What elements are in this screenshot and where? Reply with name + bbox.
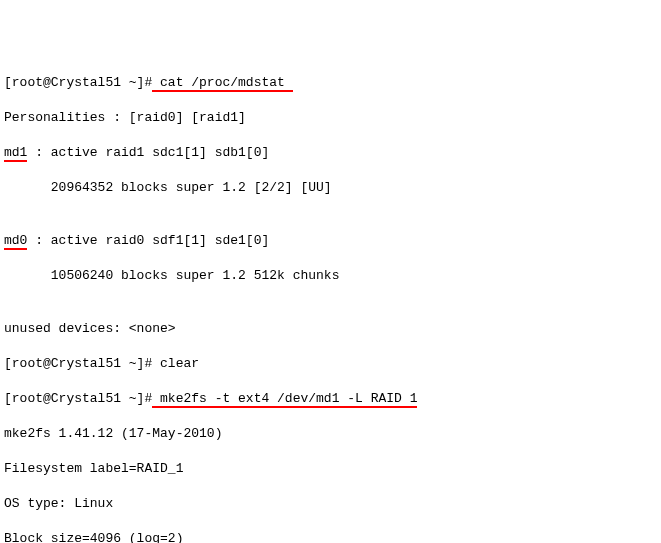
md1-label: md1 [4,145,27,162]
terminal-line: [root@Crystal51 ~]# mke2fs -t ext4 /dev/… [4,390,657,408]
terminal-line: unused devices: <none> [4,320,657,338]
terminal-line: [root@Crystal51 ~]# clear [4,355,657,373]
terminal-line: 10506240 blocks super 1.2 512k chunks [4,267,657,285]
terminal-line: Filesystem label=RAID_1 [4,460,657,478]
terminal-line: OS type: Linux [4,495,657,513]
md1-rest: : active raid1 sdc1[1] sdb1[0] [27,145,269,160]
md0-rest: : active raid0 sdf1[1] sde1[0] [27,233,269,248]
terminal-line: mke2fs 1.41.12 (17-May-2010) [4,425,657,443]
terminal-line: 20964352 blocks super 1.2 [2/2] [UU] [4,179,657,197]
terminal-line: Block size=4096 (log=2) [4,530,657,543]
command-text: cat /proc/mdstat [152,75,292,92]
shell-prompt: [root@Crystal51 ~]# [4,75,152,90]
command-text: mke2fs -t ext4 /dev/md1 -L RAID 1 [152,391,417,408]
shell-prompt: [root@Crystal51 ~]# [4,391,152,406]
terminal-line: Personalities : [raid0] [raid1] [4,109,657,127]
terminal-line: md0 : active raid0 sdf1[1] sde1[0] [4,232,657,250]
terminal-line: md1 : active raid1 sdc1[1] sdb1[0] [4,144,657,162]
md0-label: md0 [4,233,27,250]
terminal-line: [root@Crystal51 ~]# cat /proc/mdstat [4,74,657,92]
